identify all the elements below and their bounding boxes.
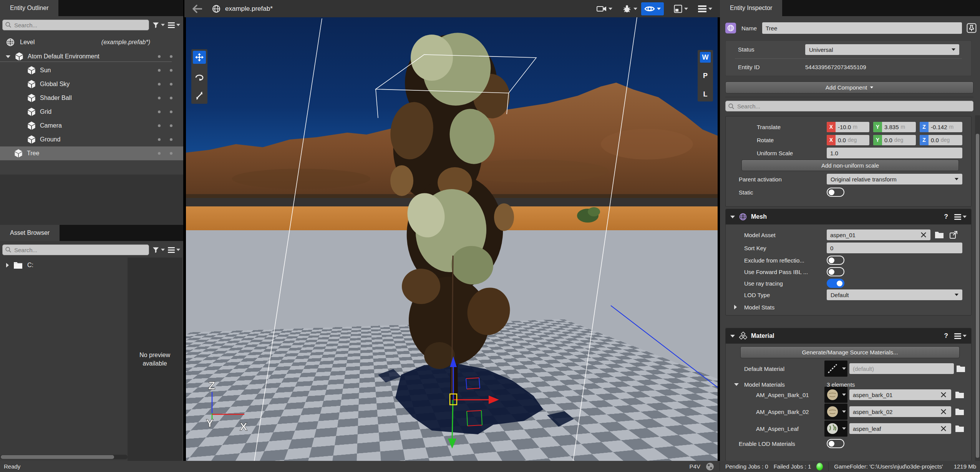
default-material-input[interactable] bbox=[849, 363, 954, 374]
outliner-row-global-sky[interactable]: Global Sky bbox=[0, 77, 183, 91]
asset-filter-button[interactable] bbox=[152, 246, 165, 254]
open-asset-popout-icon[interactable] bbox=[949, 231, 958, 239]
component-menu-button[interactable] bbox=[954, 333, 967, 339]
space-world-button[interactable]: W bbox=[700, 52, 711, 63]
expand-caret-icon[interactable] bbox=[6, 263, 9, 268]
pin-icon[interactable] bbox=[967, 23, 977, 33]
mesh-component-header[interactable]: Mesh ? bbox=[726, 209, 971, 224]
scale-tool-button[interactable] bbox=[193, 89, 206, 102]
space-parent-button[interactable]: P bbox=[700, 70, 711, 81]
sort-key-input[interactable] bbox=[827, 243, 962, 253]
generate-materials-button[interactable]: Generate/Manage Source Materials... bbox=[740, 346, 960, 358]
translate-z-field[interactable]: Z-0.142m bbox=[920, 122, 962, 132]
collapse-caret-icon[interactable] bbox=[734, 383, 739, 386]
rotate-y-field[interactable]: Y0.0deg bbox=[873, 135, 916, 145]
collapse-caret-icon[interactable] bbox=[730, 216, 735, 218]
exclude-reflection-toggle[interactable] bbox=[827, 256, 844, 265]
camera-options-button[interactable] bbox=[597, 5, 612, 13]
rotate-tool-button[interactable] bbox=[193, 70, 206, 83]
outliner-row-tree-selected[interactable]: Tree bbox=[0, 146, 183, 160]
add-component-button[interactable]: Add Component bbox=[725, 81, 973, 93]
asset-browser-search-input[interactable] bbox=[2, 244, 149, 255]
browse-material-folder-icon[interactable] bbox=[956, 365, 965, 372]
browse-asset-folder-icon[interactable] bbox=[935, 231, 944, 239]
outliner-row-camera[interactable]: Camera bbox=[0, 119, 183, 133]
move-tool-button[interactable] bbox=[193, 51, 206, 64]
inspector-scrollbar[interactable] bbox=[975, 115, 980, 461]
outliner-row-shader-ball[interactable]: Shader Ball bbox=[0, 91, 183, 105]
viewport-tab-title[interactable]: example.prefab* bbox=[225, 5, 273, 13]
parent-activation-dropdown[interactable]: Original relative transform bbox=[827, 174, 962, 184]
browse-material-folder-icon[interactable] bbox=[955, 391, 964, 399]
lock-dot[interactable] bbox=[170, 111, 172, 113]
default-material-thumbnail[interactable] bbox=[824, 361, 847, 377]
outliner-row-sun[interactable]: Sun bbox=[0, 63, 183, 77]
material-slot-input[interactable] bbox=[849, 406, 951, 417]
back-arrow-icon[interactable] bbox=[192, 5, 202, 13]
space-local-button[interactable]: L bbox=[700, 89, 711, 100]
lock-dot[interactable] bbox=[170, 83, 172, 86]
material-slot-input[interactable] bbox=[849, 389, 951, 400]
visibility-dot[interactable] bbox=[158, 138, 161, 141]
clear-material-icon[interactable] bbox=[940, 391, 947, 398]
material-thumbnail[interactable] bbox=[824, 420, 847, 437]
outliner-row-atom-default-environment[interactable]: Atom Default Environment bbox=[0, 50, 183, 63]
visibility-dot[interactable] bbox=[158, 83, 161, 86]
entity-name-input[interactable] bbox=[762, 22, 962, 34]
debug-options-button[interactable] bbox=[622, 4, 637, 13]
component-menu-button[interactable] bbox=[954, 214, 967, 220]
clear-material-icon[interactable] bbox=[940, 425, 947, 432]
browse-material-folder-icon[interactable] bbox=[955, 425, 964, 432]
lod-type-dropdown[interactable]: Default bbox=[827, 289, 962, 300]
collapse-caret-icon[interactable] bbox=[730, 335, 735, 337]
forward-pass-ibl-toggle[interactable] bbox=[827, 267, 844, 276]
ray-tracing-toggle[interactable] bbox=[827, 279, 844, 288]
viewport-scene[interactable]: Z Y X W P L bbox=[186, 17, 718, 461]
visibility-dot[interactable] bbox=[158, 55, 161, 58]
asset-horizontal-scrollbar[interactable] bbox=[0, 455, 128, 459]
browse-material-folder-icon[interactable] bbox=[955, 408, 964, 415]
asset-folder-row-c[interactable]: C: bbox=[0, 258, 128, 269]
add-nonuniform-scale-button[interactable]: Add non-uniform scale bbox=[741, 160, 959, 171]
visibility-options-button[interactable] bbox=[641, 2, 664, 15]
visibility-dot[interactable] bbox=[158, 111, 161, 113]
lock-dot[interactable] bbox=[170, 69, 172, 72]
expand-caret-icon[interactable] bbox=[6, 55, 10, 58]
help-button[interactable]: ? bbox=[944, 332, 948, 340]
asset-processor-status-icon[interactable] bbox=[816, 463, 823, 470]
p4v-sync-icon[interactable] bbox=[706, 462, 714, 471]
rotate-z-field[interactable]: Z0.0deg bbox=[920, 135, 962, 145]
status-dropdown[interactable]: Universal bbox=[805, 44, 959, 55]
visibility-dot[interactable] bbox=[158, 125, 161, 127]
clear-material-icon[interactable] bbox=[940, 408, 947, 415]
tab-entity-inspector[interactable]: Entity Inspector bbox=[720, 0, 782, 16]
outliner-row-ground[interactable]: Ground bbox=[0, 133, 183, 146]
inspector-search-input[interactable] bbox=[725, 101, 973, 111]
model-stats-label[interactable]: Model Stats bbox=[744, 304, 774, 311]
lock-dot[interactable] bbox=[170, 125, 172, 127]
level-row[interactable]: Level (example.prefab*) bbox=[0, 35, 183, 49]
material-slot-input[interactable] bbox=[849, 423, 951, 434]
outliner-row-grid[interactable]: Grid bbox=[0, 105, 183, 119]
visibility-dot[interactable] bbox=[158, 69, 161, 72]
expand-caret-icon[interactable] bbox=[734, 305, 737, 309]
translate-y-field[interactable]: Y3.835m bbox=[873, 122, 916, 132]
clear-asset-icon[interactable] bbox=[920, 231, 927, 238]
help-button[interactable]: ? bbox=[944, 213, 948, 221]
material-component-header[interactable]: Material ? bbox=[726, 328, 971, 344]
enable-lod-materials-toggle[interactable] bbox=[827, 439, 844, 448]
uniform-scale-input[interactable] bbox=[827, 148, 962, 158]
tab-asset-browser[interactable]: Asset Browser bbox=[0, 225, 60, 241]
lock-dot[interactable] bbox=[170, 55, 172, 58]
tab-entity-outliner[interactable]: Entity Outliner bbox=[0, 0, 58, 16]
layout-options-button[interactable] bbox=[674, 5, 688, 13]
visibility-dot[interactable] bbox=[158, 152, 161, 155]
static-toggle[interactable] bbox=[827, 188, 844, 197]
outliner-menu-button[interactable] bbox=[168, 22, 180, 28]
translate-x-field[interactable]: X-10.0m bbox=[827, 122, 869, 132]
lock-dot[interactable] bbox=[170, 152, 172, 155]
rotate-x-field[interactable]: X0.0deg bbox=[827, 135, 869, 145]
p4v-label[interactable]: P4V bbox=[690, 463, 700, 470]
asset-menu-button[interactable] bbox=[168, 247, 180, 253]
viewport-menu-button[interactable] bbox=[698, 5, 712, 12]
